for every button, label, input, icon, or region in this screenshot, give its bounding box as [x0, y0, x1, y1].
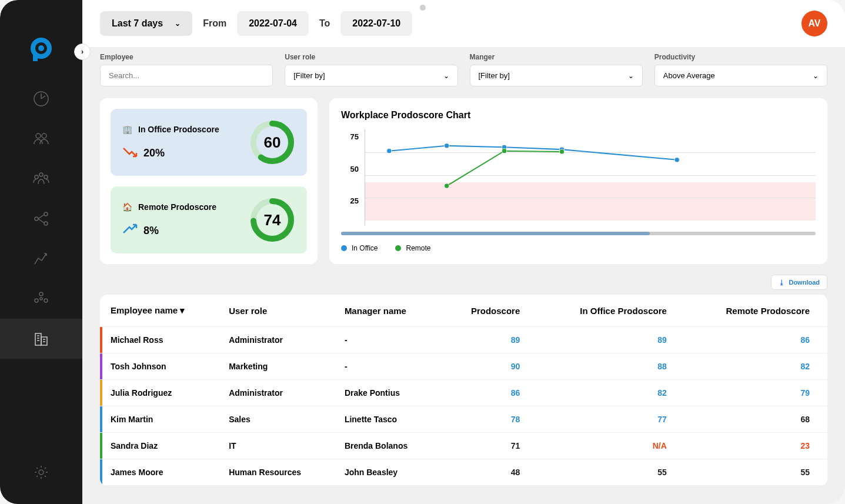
cell-remote-score: 55 — [684, 459, 827, 486]
table-row[interactable]: James Moore Human Resources John Beasley… — [100, 459, 827, 486]
chevron-down-icon: ⌄ — [443, 72, 449, 80]
svg-point-7 — [35, 175, 38, 179]
remote-score-value: 74 — [264, 211, 281, 229]
sidebar — [0, 0, 82, 504]
sidebar-item-team[interactable] — [0, 159, 82, 199]
cell-office-score: N/A — [537, 433, 684, 459]
sidebar-item-analytics[interactable] — [0, 239, 82, 279]
cell-name: Julia Rodriguez — [102, 380, 221, 406]
y-tick: 75 — [350, 132, 359, 141]
cell-remote-score: 82 — [684, 353, 827, 380]
cell-name: Michael Ross — [102, 327, 221, 353]
table-row[interactable]: Tosh Johnson Marketing - 90 88 82 — [100, 353, 827, 380]
download-button[interactable]: ⭳ Download — [771, 275, 827, 290]
chevron-down-icon: ⌄ — [175, 19, 181, 28]
brand-logo — [28, 35, 54, 61]
legend-item: In Office — [341, 244, 378, 252]
svg-rect-17 — [41, 337, 47, 345]
cell-score: 71 — [440, 433, 537, 459]
date-range-select[interactable]: Last 7 days ⌄ — [100, 11, 192, 36]
employee-search-input[interactable] — [100, 65, 273, 86]
cell-manager: John Beasley — [336, 459, 440, 486]
filter-bar: Employee User role [Filter by]⌄ Manger [… — [82, 47, 845, 98]
svg-rect-16 — [35, 333, 41, 345]
svg-point-1 — [38, 45, 44, 51]
to-label: To — [319, 18, 330, 29]
scrollbar-thumb[interactable] — [341, 232, 650, 235]
sidebar-item-workplace[interactable] — [0, 319, 82, 359]
filter-manager-label: Manger — [470, 53, 643, 61]
svg-point-18 — [39, 470, 44, 475]
filter-productivity-label: Productivity — [654, 53, 827, 61]
svg-point-14 — [44, 299, 48, 302]
y-tick: 25 — [350, 196, 359, 205]
sidebar-item-modules[interactable] — [0, 279, 82, 319]
chart-title: Workplace Prodoscore Chart — [341, 110, 816, 121]
cell-name: James Moore — [102, 459, 221, 486]
chart-plot-area: MonJul 04TueJul 05WedJul 06ThuJul 07SunJ… — [365, 129, 816, 226]
svg-point-27 — [674, 158, 679, 162]
cell-role: IT — [221, 433, 336, 459]
user-avatar[interactable]: AV — [801, 11, 827, 36]
to-date-input[interactable]: 2022-07-10 — [340, 11, 412, 36]
remote-score-donut: 74 — [249, 197, 295, 243]
download-row: ⭳ Download — [100, 270, 827, 295]
cell-score: 78 — [440, 406, 537, 433]
office-score-donut: 60 — [249, 119, 295, 165]
svg-point-10 — [44, 212, 48, 216]
chevron-down-icon: ⌄ — [628, 72, 634, 80]
sidebar-item-network[interactable] — [0, 199, 82, 239]
date-range-label: Last 7 days — [112, 18, 163, 29]
table-row[interactable]: Julia Rodriguez Administrator Drake Pont… — [100, 380, 827, 406]
chart-legend: In OfficeRemote — [341, 244, 816, 252]
cell-role: Sales — [221, 406, 336, 433]
sidebar-item-dashboard[interactable] — [0, 79, 82, 119]
chart-panel: Workplace Prodoscore Chart 755025 MonJul… — [329, 98, 827, 264]
table-row[interactable]: Kim Martin Sales Linette Tasco 78 77 68 — [100, 406, 827, 433]
cell-manager: - — [336, 353, 440, 380]
th-prodoscore: Prodoscore — [440, 295, 537, 327]
svg-point-24 — [445, 143, 449, 148]
cell-role: Marketing — [221, 353, 336, 380]
from-date-input[interactable]: 2022-07-04 — [237, 11, 309, 36]
remote-score-change: 8% — [143, 225, 159, 237]
legend-dot-icon — [395, 245, 401, 251]
download-icon: ⭳ — [779, 279, 785, 286]
office-score-title: In Office Prodoscore — [138, 125, 219, 134]
cell-role: Administrator — [221, 327, 336, 353]
from-label: From — [203, 18, 226, 29]
cell-remote-score: 79 — [684, 380, 827, 406]
legend-item: Remote — [395, 244, 430, 252]
trend-down-icon — [122, 146, 138, 161]
chevron-right-icon: › — [81, 48, 84, 56]
legend-dot-icon — [341, 245, 347, 251]
cell-office-score: 82 — [537, 380, 684, 406]
chart-y-axis: 755025 — [341, 129, 365, 226]
svg-point-9 — [35, 217, 38, 221]
productivity-filter-select[interactable]: Above Average⌄ — [654, 65, 827, 86]
sidebar-item-users[interactable] — [0, 119, 82, 159]
th-user-role: User role — [221, 295, 336, 327]
filter-employee-label: Employee — [100, 53, 273, 61]
chevron-down-icon: ⌄ — [813, 72, 819, 80]
cell-name: Kim Martin — [102, 406, 221, 433]
th-employee-name[interactable]: Employee name ▾ — [102, 295, 221, 327]
chart-scrollbar[interactable] — [341, 232, 816, 235]
svg-point-5 — [42, 133, 46, 138]
remote-score-title: Remote Prodoscore — [138, 202, 216, 212]
building-icon: 🏢 — [122, 125, 132, 134]
trend-up-icon — [122, 223, 138, 238]
sidebar-item-settings[interactable] — [0, 452, 82, 492]
score-cards-panel: 🏢 In Office Prodoscore 20% — [100, 98, 318, 264]
sidebar-expand-button[interactable]: › — [74, 44, 91, 60]
role-filter-select[interactable]: [Filter by]⌄ — [285, 65, 457, 86]
cell-role: Human Resources — [221, 459, 336, 486]
cell-name: Sandra Diaz — [102, 433, 221, 459]
th-manager: Manager name — [336, 295, 440, 327]
table-row[interactable]: Michael Ross Administrator - 89 89 86 — [100, 327, 827, 353]
remote-score-card: 🏠 Remote Prodoscore 8% — [111, 186, 307, 253]
cell-score: 89 — [440, 327, 537, 353]
table-row[interactable]: Sandra Diaz IT Brenda Bolanos 71 N/A 23 — [100, 433, 827, 459]
manager-filter-select[interactable]: [Filter by]⌄ — [470, 65, 643, 86]
cell-remote-score: 86 — [684, 327, 827, 353]
